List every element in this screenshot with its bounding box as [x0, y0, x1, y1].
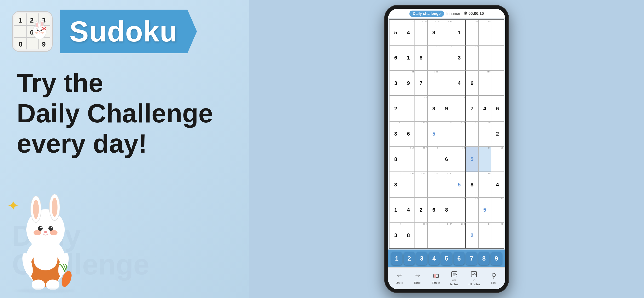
- fill-notes-button[interactable]: AD AD Fill notes: [468, 270, 480, 286]
- numpad-btn-4[interactable]: 4: [428, 252, 440, 265]
- grid-cell[interactable]: [491, 45, 504, 71]
- grid-cell[interactable]: 5 6 4: [415, 223, 428, 248]
- numpad-btn-7[interactable]: 7: [466, 252, 477, 265]
- grid-cell[interactable]: 4: [440, 45, 453, 71]
- grid-cell[interactable]: 3 9: [466, 198, 478, 223]
- grid-cell[interactable]: 3 1 7: [402, 146, 415, 172]
- grid-cell[interactable]: 2 789: [415, 20, 428, 45]
- numpad-btn-6[interactable]: 6: [454, 252, 464, 265]
- grid-cell[interactable]: 1 4: [440, 121, 453, 147]
- grid-cell[interactable]: 8: [415, 45, 428, 71]
- numpad-btn-5[interactable]: 5: [441, 252, 452, 265]
- grid-cell[interactable]: 1 2: [453, 146, 466, 172]
- grid-cell[interactable]: 5: [389, 20, 402, 45]
- grid-cell[interactable]: 1 2 1 5: [428, 71, 440, 96]
- grid-cell[interactable]: 5: [402, 96, 415, 121]
- grid-cell[interactable]: 6: [428, 198, 440, 223]
- grid-cell[interactable]: 5: [466, 146, 478, 172]
- grid-cell[interactable]: 6: [466, 71, 478, 96]
- grid-cell[interactable]: 2: [389, 96, 402, 121]
- grid-cell[interactable]: 7 9: [453, 198, 466, 223]
- daily-challenge-badge[interactable]: Daily challenge: [410, 11, 444, 17]
- grid-cell[interactable]: 2 5: [478, 20, 491, 45]
- fill-notes-icon: AD: [469, 270, 479, 278]
- grid-cell[interactable]: 32 789: [428, 20, 440, 45]
- grid-cell[interactable]: 1 3 9: [453, 223, 466, 248]
- grid-cell[interactable]: [491, 20, 504, 45]
- grid-cell[interactable]: 3 9: [491, 198, 504, 223]
- grid-cell[interactable]: 2 789: [466, 20, 478, 45]
- grid-cell[interactable]: 1 6: [478, 223, 491, 248]
- grid-cell[interactable]: 4: [478, 96, 491, 121]
- grid-cell[interactable]: 1 5: [415, 96, 428, 121]
- grid-cell[interactable]: 7: [415, 71, 428, 96]
- undo-button[interactable]: ↩ Undo: [394, 271, 404, 284]
- grid-cell[interactable]: 3 9 7: [415, 146, 428, 172]
- grid-cell[interactable]: 5: [428, 121, 440, 147]
- grid-cell[interactable]: 8: [389, 146, 402, 172]
- numpad-btn-9[interactable]: 9: [491, 252, 502, 265]
- grid-cell[interactable]: 9 7: [491, 223, 504, 248]
- grid-cell[interactable]: 5: [478, 198, 491, 223]
- notes-button[interactable]: OFF Notes: [450, 270, 459, 286]
- grid-cell[interactable]: 5: [453, 172, 466, 198]
- grid-cell[interactable]: 4: [491, 172, 504, 198]
- grid-cell[interactable]: 1: [389, 198, 402, 223]
- numpad-btn-3[interactable]: 3: [416, 252, 427, 265]
- grid-cell[interactable]: 3 4: [428, 146, 440, 172]
- grid-cell[interactable]: 3: [453, 45, 466, 71]
- grid-cell[interactable]: [440, 71, 453, 96]
- grid-cell[interactable]: 35: [389, 223, 402, 248]
- grid-cell[interactable]: 8: [402, 223, 415, 248]
- grid-cell[interactable]: 34 7: [389, 121, 402, 147]
- grid-cell[interactable]: 2: [415, 198, 428, 223]
- grid-cell[interactable]: 2 5 8: [478, 71, 491, 96]
- grid-cell[interactable]: 2 789: [440, 20, 453, 45]
- grid-cell[interactable]: 1 4 9 7: [440, 223, 453, 248]
- grid-cell[interactable]: 6: [389, 45, 402, 71]
- grid-cell[interactable]: 1: [402, 45, 415, 71]
- grid-cell[interactable]: 1 2 9 7: [428, 172, 440, 198]
- grid-cell[interactable]: 1 9: [491, 146, 504, 172]
- grid-cell[interactable]: 9: [440, 96, 453, 121]
- grid-cell[interactable]: 1: [453, 20, 466, 45]
- grid-cell[interactable]: 1 8 9: [478, 121, 491, 147]
- grid-cell[interactable]: 1 7 8: [453, 121, 466, 147]
- grid-cell[interactable]: 42 5: [402, 20, 415, 45]
- grid-cell[interactable]: [491, 71, 504, 96]
- grid-cell[interactable]: 2: [466, 223, 478, 248]
- grid-cell[interactable]: 3: [389, 71, 402, 96]
- grid-cell[interactable]: 2: [491, 121, 504, 147]
- redo-button[interactable]: ↪ Redo: [413, 271, 422, 284]
- grid-cell[interactable]: 8: [453, 96, 466, 121]
- grid-cell[interactable]: 1 9: [478, 146, 491, 172]
- grid-cell[interactable]: [478, 45, 491, 71]
- grid-cell[interactable]: 8: [440, 198, 453, 223]
- grid-cell[interactable]: 6: [440, 146, 453, 172]
- grid-cell[interactable]: 37: [389, 172, 402, 198]
- grid-cell[interactable]: 4: [402, 198, 415, 223]
- grid-cell[interactable]: 3 6 9 7: [415, 172, 428, 198]
- grid-cell[interactable]: 4 6: [478, 172, 491, 198]
- hint-button[interactable]: Hint: [489, 271, 498, 284]
- grid-cell[interactable]: 6: [402, 121, 415, 147]
- grid-cell[interactable]: 3 9 7: [402, 172, 415, 198]
- grid-cell[interactable]: 7: [466, 96, 478, 121]
- fill-notes-status: AD: [472, 279, 476, 281]
- numpad-btn-2[interactable]: 2: [404, 252, 415, 265]
- grid-cell[interactable]: 1 3 1 9: [415, 121, 428, 147]
- grid-cell[interactable]: 1 2 9 7: [440, 172, 453, 198]
- grid-cell[interactable]: 93 5: [402, 71, 415, 96]
- grid-cell[interactable]: 1 5: [466, 45, 478, 71]
- grid-cell[interactable]: 4: [428, 223, 440, 248]
- erase-button[interactable]: Erase: [431, 271, 441, 284]
- grid-cell[interactable]: 3: [428, 96, 440, 121]
- phone-header: Daily challenge Inhuman ⏱ 00:00:10: [388, 9, 505, 19]
- numpad-btn-1[interactable]: 1: [391, 252, 402, 265]
- grid-cell[interactable]: 4: [453, 71, 466, 96]
- grid-cell[interactable]: 2 15: [428, 45, 440, 71]
- grid-cell[interactable]: 8: [466, 172, 478, 198]
- grid-cell[interactable]: 3 1: [466, 121, 478, 147]
- grid-cell[interactable]: 6: [491, 96, 504, 121]
- numpad-btn-8[interactable]: 8: [478, 252, 490, 265]
